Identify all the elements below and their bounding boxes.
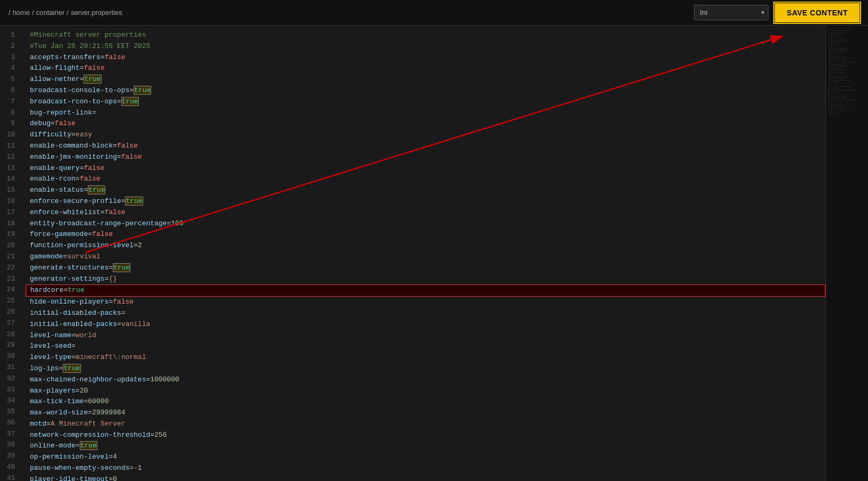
line-number: 27 bbox=[4, 318, 15, 329]
line-number: 32 bbox=[4, 373, 15, 385]
code-line[interactable]: motd=A Minecraft Server bbox=[26, 419, 825, 430]
line-number: 35 bbox=[4, 406, 15, 418]
code-line[interactable]: bug-report-link= bbox=[26, 108, 825, 119]
code-line[interactable]: initial-enabled-packs=vanilla bbox=[26, 319, 825, 330]
save-content-button[interactable]: SAVE CONTENT bbox=[775, 3, 859, 22]
line-number: 31 bbox=[4, 362, 15, 373]
code-line[interactable]: max-chained-neighbor-updates=1000000 bbox=[26, 374, 825, 386]
code-line[interactable]: level-seed= bbox=[26, 341, 825, 352]
code-line[interactable]: function-permission-level=2 bbox=[26, 240, 825, 251]
line-number: 6 bbox=[4, 85, 15, 96]
breadcrumb-home[interactable]: home bbox=[13, 9, 30, 17]
code-line[interactable]: op-permission-level=4 bbox=[26, 452, 825, 463]
line-number: 39 bbox=[4, 451, 15, 462]
line-number: 40 bbox=[4, 462, 15, 473]
line-number: 9 bbox=[4, 118, 15, 129]
code-line[interactable]: max-tick-time=60000 bbox=[26, 396, 825, 407]
line-number: 15 bbox=[4, 185, 15, 196]
code-line[interactable]: initial-disabled-packs= bbox=[26, 308, 825, 319]
code-line[interactable]: pause-when-empty-seconds=-1 bbox=[26, 463, 825, 474]
code-line[interactable]: broadcast-rcon-to-ops=true bbox=[26, 96, 825, 108]
line-number: 3 bbox=[4, 52, 15, 63]
code-line[interactable]: hide-online-players=false bbox=[26, 297, 825, 308]
line-number: 23 bbox=[4, 274, 15, 285]
code-line[interactable]: online-mode=true bbox=[26, 441, 825, 452]
code-line[interactable]: log-ips=true bbox=[26, 363, 825, 374]
line-number: 4 bbox=[4, 63, 15, 74]
code-line[interactable]: accepts-transfers=false bbox=[26, 52, 825, 63]
line-number: 24 bbox=[4, 284, 15, 296]
line-number: 28 bbox=[4, 329, 15, 340]
line-number: 21 bbox=[4, 251, 15, 263]
code-line[interactable]: level-name=world bbox=[26, 330, 825, 341]
code-line[interactable]: enable-rcon=false bbox=[26, 174, 825, 185]
breadcrumb-file: server.properties bbox=[71, 9, 122, 17]
line-number: 26 bbox=[4, 307, 15, 318]
line-number: 37 bbox=[4, 429, 15, 440]
line-number: 20 bbox=[4, 240, 15, 251]
line-number: 8 bbox=[4, 108, 15, 119]
breadcrumb-sep2: / bbox=[32, 9, 34, 17]
line-number: 5 bbox=[4, 74, 15, 85]
mini-map-content: #Minecraft server properties#Tue Jan 28 … bbox=[826, 26, 868, 481]
line-number: 17 bbox=[4, 207, 15, 218]
editor-container: 1234567891011121314151617181920212223242… bbox=[0, 26, 868, 481]
breadcrumb-sep1: / bbox=[9, 9, 11, 17]
header: / home / container / server.properties I… bbox=[0, 0, 868, 26]
code-line[interactable]: difficulty=easy bbox=[26, 129, 825, 141]
line-number: 11 bbox=[4, 141, 15, 152]
code-line[interactable]: hardcore=true bbox=[26, 284, 825, 297]
code-line[interactable]: force-gamemode=false bbox=[26, 229, 825, 240]
line-number: 12 bbox=[4, 152, 15, 163]
code-line[interactable]: broadcast-console-to-ops=true bbox=[26, 85, 825, 96]
line-number: 30 bbox=[4, 351, 15, 362]
code-line[interactable]: allow-nether=true bbox=[26, 74, 825, 85]
code-line[interactable]: generator-settings={} bbox=[26, 274, 825, 285]
line-number: 29 bbox=[4, 340, 15, 351]
line-number: 18 bbox=[4, 218, 15, 230]
code-line[interactable]: enforce-secure-profile=true bbox=[26, 196, 825, 207]
line-number: 1 bbox=[4, 30, 15, 41]
code-line[interactable]: max-players=20 bbox=[26, 386, 825, 397]
code-line[interactable]: #Minecraft server properties bbox=[26, 30, 825, 41]
mini-map: #Minecraft server properties#Tue Jan 28 … bbox=[825, 26, 868, 481]
breadcrumb: / home / container / server.properties bbox=[9, 9, 122, 17]
code-line[interactable]: enable-status=true bbox=[26, 185, 825, 196]
line-number: 10 bbox=[4, 129, 15, 141]
code-line[interactable]: max-world-size=29999984 bbox=[26, 407, 825, 419]
line-number: 36 bbox=[4, 418, 15, 429]
lang-select-wrapper[interactable]: Ini Plain Text JSON YAML bbox=[694, 5, 768, 20]
line-number: 34 bbox=[4, 395, 15, 406]
line-number: 13 bbox=[4, 163, 15, 174]
code-line[interactable]: enforce-whitelist=false bbox=[26, 207, 825, 218]
line-number: 38 bbox=[4, 439, 15, 451]
code-line[interactable]: #Tue Jan 28 20:21:56 EET 2025 bbox=[26, 41, 825, 52]
code-line[interactable]: gamemode=survival bbox=[26, 251, 825, 263]
breadcrumb-container[interactable]: container bbox=[36, 9, 64, 17]
code-line[interactable]: network-compression-threshold=256 bbox=[26, 430, 825, 441]
line-number: 14 bbox=[4, 174, 15, 185]
line-number: 25 bbox=[4, 296, 15, 307]
line-number: 22 bbox=[4, 263, 15, 274]
line-number: 2 bbox=[4, 41, 15, 52]
code-line[interactable]: player-idle-timeout=0 bbox=[26, 474, 825, 481]
line-number: 33 bbox=[4, 385, 15, 396]
lang-select[interactable]: Ini Plain Text JSON YAML bbox=[694, 5, 768, 20]
code-line[interactable]: enable-jmx-monitoring=false bbox=[26, 152, 825, 163]
line-number: 16 bbox=[4, 196, 15, 207]
code-area[interactable]: #Minecraft server properties#Tue Jan 28 … bbox=[21, 26, 825, 481]
code-line[interactable]: level-type=minecraft\:normal bbox=[26, 352, 825, 363]
code-line[interactable]: allow-flight=false bbox=[26, 63, 825, 74]
code-line[interactable]: debug=false bbox=[26, 118, 825, 129]
breadcrumb-sep3: / bbox=[67, 9, 69, 17]
header-right: Ini Plain Text JSON YAML SAVE CONTENT bbox=[694, 3, 859, 22]
line-number: 7 bbox=[4, 96, 15, 108]
code-line[interactable]: generate-structures=true bbox=[26, 263, 825, 274]
line-number: 19 bbox=[4, 229, 15, 240]
code-line[interactable]: enable-query=false bbox=[26, 163, 825, 174]
code-line[interactable]: entity-broadcast-range-percentage=100 bbox=[26, 218, 825, 230]
line-numbers: 1234567891011121314151617181920212223242… bbox=[0, 26, 21, 481]
line-number: 41 bbox=[4, 473, 15, 481]
code-line[interactable]: enable-command-block=false bbox=[26, 141, 825, 152]
